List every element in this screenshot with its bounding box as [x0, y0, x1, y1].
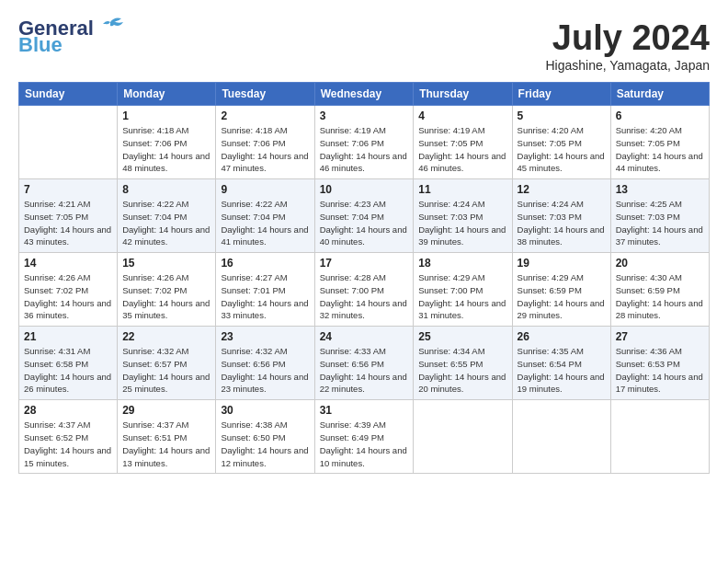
logo-bird-icon [97, 15, 125, 35]
sunrise-text: Sunrise: 4:22 AM [122, 199, 188, 209]
sunrise-text: Sunrise: 4:39 AM [320, 419, 386, 430]
calendar-cell: 19Sunrise: 4:29 AMSunset: 6:59 PMDayligh… [512, 253, 610, 327]
sunset-text: Sunset: 7:03 PM [616, 212, 680, 222]
sunrise-text: Sunrise: 4:32 AM [122, 346, 188, 356]
sunrise-text: Sunrise: 4:19 AM [320, 125, 386, 135]
day-info: Sunrise: 4:35 AMSunset: 6:54 PMDaylight:… [518, 345, 606, 396]
calendar-table: SundayMondayTuesdayWednesdayThursdayFrid… [18, 82, 710, 474]
calendar-cell: 7Sunrise: 4:21 AMSunset: 7:05 PMDaylight… [19, 179, 118, 253]
calendar-cell: 3Sunrise: 4:19 AMSunset: 7:06 PMDaylight… [314, 106, 414, 179]
sunset-text: Sunset: 7:05 PM [518, 138, 582, 148]
calendar-cell: 13Sunrise: 4:25 AMSunset: 7:03 PMDayligh… [610, 179, 709, 253]
day-number: 22 [122, 330, 210, 343]
column-header-thursday: Thursday [414, 83, 512, 106]
calendar-cell: 8Sunrise: 4:22 AMSunset: 7:04 PMDaylight… [118, 179, 216, 253]
sunrise-text: Sunrise: 4:18 AM [122, 125, 188, 135]
daylight-text: Daylight: 14 hours and 20 minutes. [418, 372, 506, 395]
location-label: Higashine, Yamagata, Japan [546, 58, 711, 73]
calendar-cell: 24Sunrise: 4:33 AMSunset: 6:56 PMDayligh… [314, 327, 414, 400]
day-info: Sunrise: 4:30 AMSunset: 6:59 PMDaylight:… [616, 271, 704, 322]
day-info: Sunrise: 4:22 AMSunset: 7:04 PMDaylight:… [122, 198, 210, 248]
calendar-cell: 29Sunrise: 4:37 AMSunset: 6:51 PMDayligh… [118, 400, 216, 474]
sunset-text: Sunset: 7:06 PM [320, 138, 384, 148]
day-number: 5 [518, 109, 606, 122]
calendar-cell [512, 400, 610, 474]
column-header-monday: Monday [118, 83, 216, 106]
daylight-text: Daylight: 14 hours and 10 minutes. [320, 445, 407, 468]
calendar-cell: 30Sunrise: 4:38 AMSunset: 6:50 PMDayligh… [216, 400, 314, 474]
calendar-week-row: 21Sunrise: 4:31 AMSunset: 6:58 PMDayligh… [19, 327, 710, 400]
calendar-cell: 11Sunrise: 4:24 AMSunset: 7:03 PMDayligh… [414, 179, 512, 253]
sunset-text: Sunset: 7:02 PM [24, 285, 88, 295]
calendar-cell: 1Sunrise: 4:18 AMSunset: 7:06 PMDaylight… [118, 106, 216, 179]
daylight-text: Daylight: 14 hours and 15 minutes. [24, 445, 111, 468]
daylight-text: Daylight: 14 hours and 44 minutes. [616, 151, 703, 174]
sunrise-text: Sunrise: 4:35 AM [518, 346, 584, 356]
day-number: 31 [320, 404, 409, 417]
sunrise-text: Sunrise: 4:33 AM [320, 346, 386, 356]
sunset-text: Sunset: 6:58 PM [24, 359, 88, 369]
day-info: Sunrise: 4:28 AMSunset: 7:00 PMDaylight:… [320, 271, 409, 322]
calendar-week-row: 7Sunrise: 4:21 AMSunset: 7:05 PMDaylight… [19, 179, 710, 253]
sunrise-text: Sunrise: 4:36 AM [616, 346, 682, 356]
day-number: 29 [122, 404, 210, 417]
sunrise-text: Sunrise: 4:34 AM [418, 346, 484, 356]
sunset-text: Sunset: 6:54 PM [518, 359, 582, 369]
sunrise-text: Sunrise: 4:31 AM [24, 346, 90, 356]
calendar-week-row: 14Sunrise: 4:26 AMSunset: 7:02 PMDayligh… [19, 253, 710, 327]
calendar-cell [414, 400, 512, 474]
calendar-week-row: 1Sunrise: 4:18 AMSunset: 7:06 PMDaylight… [19, 106, 710, 179]
day-info: Sunrise: 4:37 AMSunset: 6:51 PMDaylight:… [122, 419, 210, 469]
logo: General Blue [18, 18, 125, 55]
sunrise-text: Sunrise: 4:24 AM [418, 199, 484, 209]
sunset-text: Sunset: 7:05 PM [418, 138, 483, 148]
daylight-text: Daylight: 14 hours and 48 minutes. [122, 151, 210, 174]
day-info: Sunrise: 4:18 AMSunset: 7:06 PMDaylight:… [122, 124, 210, 175]
daylight-text: Daylight: 14 hours and 13 minutes. [122, 445, 210, 468]
day-number: 9 [221, 183, 309, 196]
daylight-text: Daylight: 14 hours and 12 minutes. [221, 445, 308, 468]
day-info: Sunrise: 4:38 AMSunset: 6:50 PMDaylight:… [221, 419, 309, 469]
sunset-text: Sunset: 6:59 PM [518, 285, 582, 295]
day-number: 16 [221, 257, 309, 270]
calendar-cell: 23Sunrise: 4:32 AMSunset: 6:56 PMDayligh… [216, 327, 314, 400]
sunset-text: Sunset: 7:04 PM [221, 212, 285, 222]
daylight-text: Daylight: 14 hours and 37 minutes. [616, 224, 703, 247]
page-header: General Blue July 2024 Higashine, Yamaga… [18, 18, 710, 73]
day-info: Sunrise: 4:29 AMSunset: 6:59 PMDaylight:… [518, 271, 606, 322]
sunrise-text: Sunrise: 4:20 AM [518, 125, 584, 135]
calendar-cell: 22Sunrise: 4:32 AMSunset: 6:57 PMDayligh… [118, 327, 216, 400]
calendar-cell: 18Sunrise: 4:29 AMSunset: 7:00 PMDayligh… [414, 253, 512, 327]
sunrise-text: Sunrise: 4:26 AM [122, 272, 188, 282]
daylight-text: Daylight: 14 hours and 40 minutes. [320, 224, 407, 247]
daylight-text: Daylight: 14 hours and 17 minutes. [616, 372, 703, 395]
column-header-tuesday: Tuesday [216, 83, 314, 106]
sunrise-text: Sunrise: 4:29 AM [418, 272, 484, 282]
day-info: Sunrise: 4:39 AMSunset: 6:49 PMDaylight:… [320, 419, 409, 469]
daylight-text: Daylight: 14 hours and 35 minutes. [122, 298, 210, 321]
daylight-text: Daylight: 14 hours and 46 minutes. [320, 151, 407, 174]
daylight-text: Daylight: 14 hours and 25 minutes. [122, 372, 210, 395]
day-number: 12 [518, 183, 606, 196]
sunset-text: Sunset: 7:04 PM [122, 212, 187, 222]
day-info: Sunrise: 4:20 AMSunset: 7:05 PMDaylight:… [518, 124, 606, 175]
day-info: Sunrise: 4:24 AMSunset: 7:03 PMDaylight:… [418, 198, 506, 248]
day-number: 27 [616, 330, 704, 343]
calendar-cell: 5Sunrise: 4:20 AMSunset: 7:05 PMDaylight… [512, 106, 610, 179]
day-info: Sunrise: 4:34 AMSunset: 6:55 PMDaylight:… [418, 345, 506, 396]
sunset-text: Sunset: 6:55 PM [418, 359, 483, 369]
column-header-friday: Friday [512, 83, 610, 106]
day-number: 19 [518, 257, 606, 270]
sunrise-text: Sunrise: 4:20 AM [616, 125, 682, 135]
day-number: 26 [518, 330, 606, 343]
sunset-text: Sunset: 7:00 PM [320, 285, 384, 295]
day-info: Sunrise: 4:24 AMSunset: 7:03 PMDaylight:… [518, 198, 606, 248]
day-number: 13 [616, 183, 704, 196]
sunrise-text: Sunrise: 4:32 AM [221, 346, 287, 356]
column-header-saturday: Saturday [610, 83, 709, 106]
daylight-text: Daylight: 14 hours and 41 minutes. [221, 224, 308, 247]
sunset-text: Sunset: 6:50 PM [221, 432, 285, 442]
sunrise-text: Sunrise: 4:38 AM [221, 419, 287, 430]
calendar-cell: 20Sunrise: 4:30 AMSunset: 6:59 PMDayligh… [610, 253, 709, 327]
sunset-text: Sunset: 7:05 PM [616, 138, 680, 148]
